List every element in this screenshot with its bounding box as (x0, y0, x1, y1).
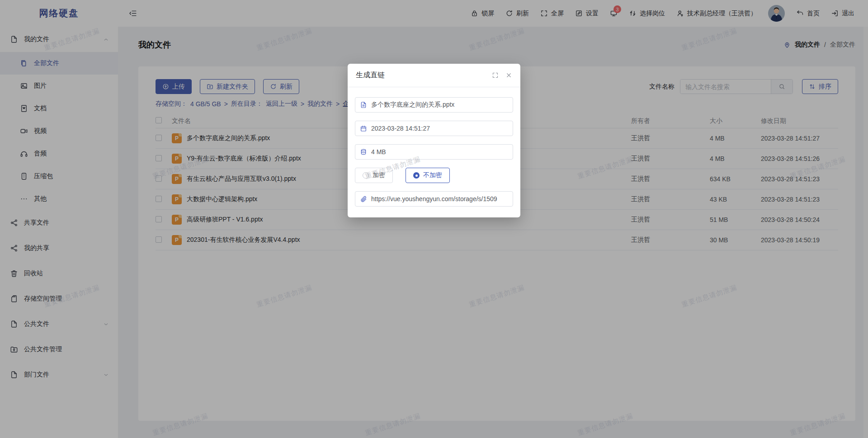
direct-link-field (355, 191, 513, 207)
file-size-field (355, 144, 513, 160)
close-icon[interactable] (505, 72, 512, 79)
radio-on-icon (413, 172, 420, 179)
database-icon (360, 148, 367, 155)
modal-fullscreen-icon[interactable] (492, 72, 499, 79)
file-name-input[interactable] (355, 97, 513, 113)
radio-off-icon (363, 172, 369, 179)
no-encrypt-radio[interactable]: 不加密 (406, 168, 450, 183)
direct-link-input[interactable] (355, 191, 513, 207)
generate-link-modal: 生成直链 加密 不加密 (348, 64, 520, 217)
file-name-field (355, 97, 513, 113)
link-icon (360, 195, 367, 203)
encryption-options: 加密 不加密 (355, 168, 513, 183)
modal-body: 加密 不加密 (348, 87, 520, 217)
document-icon (360, 101, 367, 108)
file-size-input[interactable] (355, 144, 513, 160)
modified-date-input[interactable] (355, 121, 513, 136)
modal-title: 生成直链 (356, 71, 385, 80)
calendar-icon (360, 125, 367, 132)
encrypt-radio[interactable]: 加密 (355, 168, 393, 183)
modal-tools (492, 72, 512, 79)
modified-date-field (355, 121, 513, 136)
modal-header: 生成直链 (348, 64, 520, 87)
